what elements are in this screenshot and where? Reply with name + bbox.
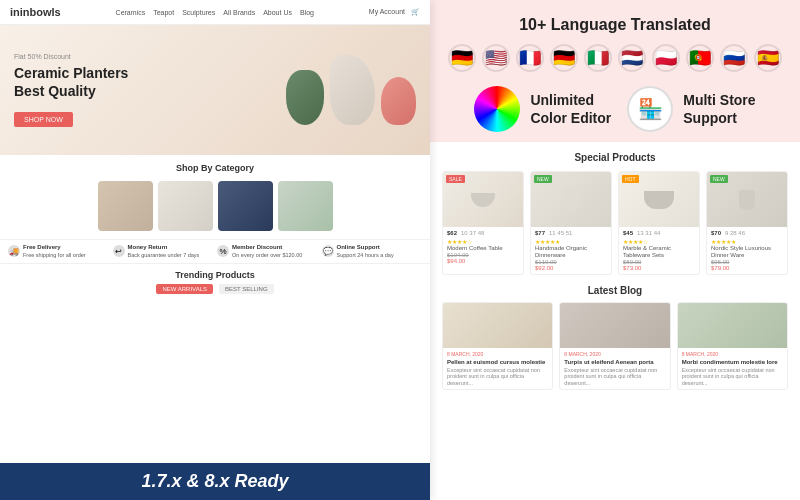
blog-card-1: 8 MARCH, 2020 Pellen at euismod cursus m… [442, 302, 553, 390]
product-badge-1: SALE [446, 175, 465, 183]
feature-discount: % Member Discount On every order over $1… [217, 244, 318, 259]
flag-nl: 🇳🇱 [618, 44, 646, 72]
product-info-1: $62 10 37 48 ★★★★☆ Modern Coffee Table $… [443, 227, 523, 267]
nav-links: Ceramics Teapot Sculptures All Brands Ab… [116, 9, 314, 16]
tab-best-selling[interactable]: BEST SELLING [219, 284, 274, 294]
product-badge-3: HOT [622, 175, 639, 183]
product-stars-2: ★★★★★ [535, 238, 607, 245]
features-bar: 🚚 Free Delivery Free shipping for all or… [0, 239, 430, 264]
delivery-icon: 🚚 [8, 245, 20, 257]
feature-delivery: 🚚 Free Delivery Free shipping for all or… [8, 244, 109, 259]
store-icon: 🏪 [627, 86, 673, 132]
blog-date-3: 8 MARCH, 2020 [682, 351, 783, 357]
nav-teapot[interactable]: Teapot [153, 9, 174, 16]
blog-date-2: 8 MARCH, 2020 [564, 351, 665, 357]
tab-new-arrivals[interactable]: NEW ARRIVALS [156, 284, 213, 294]
product-prices-2: $77 11 45 51 [535, 230, 607, 236]
cart-icon[interactable]: 🛒 [411, 8, 420, 16]
vase-white [330, 55, 375, 125]
blog-image-2 [560, 303, 669, 348]
category-section: Shop By Category [0, 155, 430, 239]
product-info-3: $45 13 31 44 ★★★★☆ Marble & Ceramic Tabl… [619, 227, 699, 274]
nav-about[interactable]: About Us [263, 9, 292, 16]
blog-image-1 [443, 303, 552, 348]
flag-pl: 🇵🇱 [652, 44, 680, 72]
blog-excerpt-2: Excepteur sint occaecat cupidatat non pr… [564, 367, 665, 387]
support-icon: 💬 [322, 245, 334, 257]
multi-store-label: Multi Store Support [683, 91, 755, 127]
category-section-title: Shop By Category [10, 163, 420, 173]
nav-brands[interactable]: All Brands [223, 9, 255, 16]
right-panel: 10+ Language Translated 🇩🇪 🇺🇸 🇫🇷 🇩🇪 🇮🇹 🇳… [430, 0, 800, 500]
product-name-2: Handmade Organic Dinnerware [535, 245, 607, 259]
category-grid [10, 181, 420, 231]
feature-discount-text: Member Discount On every order over $120… [232, 244, 302, 259]
flag-it: 🇮🇹 [584, 44, 612, 72]
return-icon: ↩ [113, 245, 125, 257]
site-logo: ininbowls [10, 6, 61, 18]
category-item-3[interactable] [218, 181, 273, 231]
product-image-4: NEW [707, 172, 787, 227]
hero-title: Ceramic Planters Best Quality [14, 64, 286, 100]
flag-de: 🇩🇪 [448, 44, 476, 72]
discount-icon: % [217, 245, 229, 257]
product-new-price-3: $73.00 [623, 265, 695, 271]
product-name-3: Marble & Ceramic Tableware Sets [623, 245, 695, 259]
blog-headline-1: Pellen at euismod cursus molestie [447, 359, 548, 366]
feature-support-text: Online Support Support 24 hours a day [337, 244, 394, 259]
hero-content: Flat 50% Discount Ceramic Planters Best … [14, 53, 286, 127]
product-card-4: NEW $70 9 28 46 ★★★★★ Nordic Style Luxur… [706, 171, 788, 275]
blog-date-1: 8 MARCH, 2020 [447, 351, 548, 357]
product-bowl-1 [471, 193, 495, 207]
products-grid: SALE $62 10 37 48 ★★★★☆ Modern Coffee Ta… [442, 171, 788, 275]
blog-excerpt-1: Excepteur sint occaecat cupidatat non pr… [447, 367, 548, 387]
hero-section: Flat 50% Discount Ceramic Planters Best … [0, 25, 430, 155]
flag-ru: 🇷🇺 [720, 44, 748, 72]
product-prices-3: $45 13 31 44 [623, 230, 695, 236]
product-stars-1: ★★★★☆ [447, 238, 519, 245]
latest-blog-title: Latest Blog [442, 285, 788, 296]
my-account-link[interactable]: My Account [369, 8, 405, 16]
lang-flags: 🇩🇪 🇺🇸 🇫🇷 🇩🇪 🇮🇹 🇳🇱 🇵🇱 🇵🇹 🇷🇺 🇪🇸 [446, 44, 784, 72]
multi-store-feature: 🏪 Multi Store Support [627, 86, 755, 132]
category-item-4[interactable] [278, 181, 333, 231]
blog-card-2: 8 MARCH, 2020 Turpis ut eleifend Aenean … [559, 302, 670, 390]
hero-discount: Flat 50% Discount [14, 53, 286, 60]
special-products-title: Special Products [442, 152, 788, 163]
product-new-price-1: $94.00 [447, 258, 519, 264]
left-panel: ininbowls Ceramics Teapot Sculptures All… [0, 0, 430, 500]
lang-title: 10+ Language Translated [446, 16, 784, 34]
product-cup-4 [739, 190, 755, 210]
product-new-price-2: $92.00 [535, 265, 607, 271]
color-editor-label: Unlimited Color Editor [530, 91, 611, 127]
product-card-2: NEW $77 11 45 51 ★★★★★ Handmade Organic … [530, 171, 612, 275]
flag-de2: 🇩🇪 [550, 44, 578, 72]
hero-shop-button[interactable]: SHOP NOW [14, 112, 73, 127]
blog-info-2: 8 MARCH, 2020 Turpis ut eleifend Aenean … [560, 348, 669, 389]
nav-blog[interactable]: Blog [300, 9, 314, 16]
right-bottom: Special Products SALE $62 10 37 48 ★★★★☆… [430, 142, 800, 500]
feature-support: 💬 Online Support Support 24 hours a day [322, 244, 423, 259]
blog-image-3 [678, 303, 787, 348]
product-name-4: Nordic Style Luxurious Dinner Ware [711, 245, 783, 259]
features-row: Unlimited Color Editor 🏪 Multi Store Sup… [446, 86, 784, 132]
product-info-4: $70 9 28 46 ★★★★★ Nordic Style Luxurious… [707, 227, 787, 274]
blog-info-3: 8 MARCH, 2020 Morbi condimentum molestie… [678, 348, 787, 389]
nav-ceramics[interactable]: Ceramics [116, 9, 146, 16]
blog-headline-3: Morbi condimentum molestie lore [682, 359, 783, 366]
category-item-1[interactable] [98, 181, 153, 231]
trending-tabs: NEW ARRIVALS BEST SELLING [10, 284, 420, 294]
product-card-1: SALE $62 10 37 48 ★★★★☆ Modern Coffee Ta… [442, 171, 524, 275]
feature-delivery-text: Free Delivery Free shipping for all orde… [23, 244, 86, 259]
version-badge: 1.7.x & 8.x Ready [0, 463, 430, 500]
product-prices-1: $62 10 37 48 [447, 230, 519, 236]
blog-headline-2: Turpis ut eleifend Aenean porta [564, 359, 665, 366]
product-image-3: HOT [619, 172, 699, 227]
nav-sculptures[interactable]: Sculptures [182, 9, 215, 16]
site-nav: ininbowls Ceramics Teapot Sculptures All… [0, 0, 430, 25]
product-prices-4: $70 9 28 46 [711, 230, 783, 236]
product-image-2: NEW [531, 172, 611, 227]
right-top: 10+ Language Translated 🇩🇪 🇺🇸 🇫🇷 🇩🇪 🇮🇹 🇳… [430, 0, 800, 142]
flag-fr: 🇫🇷 [516, 44, 544, 72]
category-item-2[interactable] [158, 181, 213, 231]
